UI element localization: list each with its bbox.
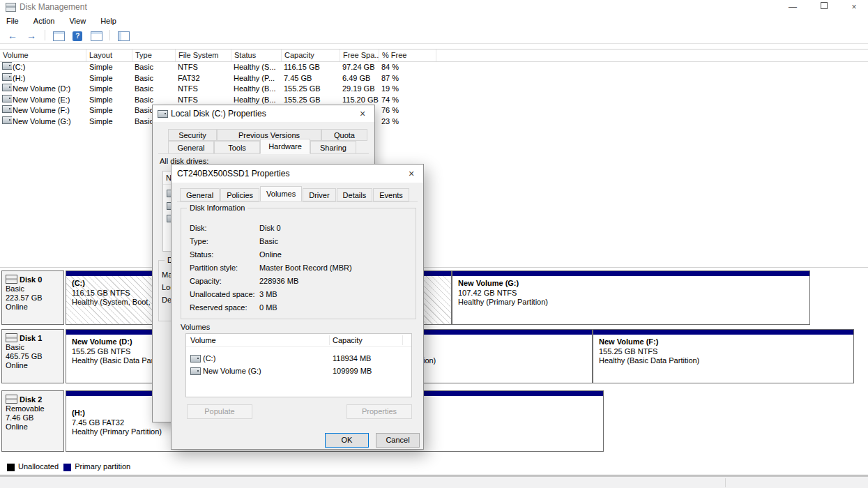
- back-icon[interactable]: ←: [4, 29, 21, 43]
- disk-0-info[interactable]: Disk 0 Basic 223.57 GB Online: [1, 270, 64, 325]
- tab-hardware[interactable]: Hardware: [260, 139, 310, 154]
- ok-button[interactable]: OK: [325, 433, 369, 448]
- disk-status: Online: [2, 422, 63, 432]
- tab-volumes[interactable]: Volumes: [260, 186, 302, 201]
- table-row[interactable]: New Volume (G:) Simple Basic 23 %: [0, 116, 868, 128]
- cell-pctfree: 87 %: [381, 73, 436, 84]
- cell-layout: Simple: [89, 84, 131, 95]
- cell-fs: FAT32: [178, 73, 230, 84]
- list-view-icon[interactable]: [50, 29, 67, 43]
- properties-view-icon[interactable]: [115, 29, 132, 43]
- tab-general[interactable]: General: [168, 141, 214, 154]
- table-row[interactable]: New Volume (E:) Simple Basic NTFS Health…: [0, 95, 868, 106]
- cell-type: Basic: [135, 84, 174, 95]
- cell-volume: (C:): [203, 352, 215, 365]
- disk-1-info[interactable]: Disk 1 Basic 465.75 GB Online: [1, 329, 64, 383]
- cell-fs: NTFS: [178, 95, 230, 106]
- column-header-capacity[interactable]: Capacity: [282, 49, 340, 61]
- column-header-freespace[interactable]: Free Spa...: [340, 49, 379, 61]
- maximize-button[interactable]: [814, 0, 835, 14]
- column-header-layout[interactable]: Layout: [86, 49, 132, 61]
- cell-capacity: 118934 MB: [333, 352, 371, 365]
- menu-action[interactable]: Action: [27, 14, 61, 28]
- cell-volume: (H:): [13, 73, 85, 84]
- maximize-icon: [821, 2, 828, 9]
- cell-fs: NTFS: [178, 62, 230, 73]
- device-properties-dialog: CT240BX500SSD1 Properties × General Poli…: [171, 164, 424, 450]
- tab-security[interactable]: Security: [168, 129, 217, 141]
- populate-button[interactable]: Populate: [187, 404, 252, 419]
- volume-row[interactable]: New Volume (G:) 109999 MB: [186, 365, 411, 377]
- minimize-button[interactable]: —: [782, 0, 803, 14]
- list-column-capacity[interactable]: Capacity: [333, 334, 363, 346]
- cancel-button[interactable]: Cancel: [376, 433, 420, 448]
- cell-free: 6.49 GB: [342, 73, 380, 84]
- disk-icon: [6, 333, 17, 342]
- menu-help[interactable]: Help: [94, 14, 123, 28]
- cell-status: Healthy (P...: [234, 73, 281, 84]
- field-value: Disk 0: [259, 222, 281, 234]
- close-icon[interactable]: ×: [399, 165, 423, 183]
- disk-2-info[interactable]: Disk 2 Removable 7.46 GB Online: [1, 390, 64, 452]
- tab-driver[interactable]: Driver: [303, 188, 335, 201]
- legend: Unallocated Primary partition: [4, 460, 130, 473]
- field-label: Partition style:: [190, 262, 238, 273]
- list-column-volume[interactable]: Volume: [190, 334, 216, 346]
- report-icon: [118, 31, 130, 41]
- menu-view[interactable]: View: [63, 14, 92, 28]
- close-button[interactable]: ×: [844, 0, 865, 14]
- field-label: Capacity:: [190, 275, 222, 287]
- menu-file[interactable]: File: [0, 14, 25, 28]
- disk-icon: [6, 275, 17, 284]
- menu-bar: File Action View Help: [0, 14, 868, 28]
- cell-free: 115.20 GB: [342, 95, 380, 106]
- disk-type: Removable: [2, 404, 63, 413]
- column-header-type[interactable]: Type: [132, 49, 176, 61]
- cell-pctfree: 23 %: [381, 116, 436, 128]
- table-row[interactable]: (H:) Simple Basic FAT32 Healthy (P... 7.…: [0, 73, 868, 84]
- column-separator: [402, 335, 403, 345]
- legend-unallocated-label: Unallocated: [18, 462, 59, 471]
- tab-policies[interactable]: Policies: [220, 188, 259, 201]
- partition-color-bar: [593, 330, 853, 335]
- help-icon[interactable]: ?: [69, 29, 86, 43]
- volume-row[interactable]: (C:) 118934 MB: [186, 352, 411, 365]
- cell-pctfree: 76 %: [381, 105, 436, 116]
- tab-details[interactable]: Details: [337, 188, 373, 201]
- table-row[interactable]: New Volume (F:) Simple Basic 76 %: [0, 105, 868, 116]
- tab-quota[interactable]: Quota: [321, 129, 367, 141]
- taskbar[interactable]: [0, 476, 868, 488]
- cell-capacity: 155.25 GB: [284, 84, 340, 95]
- column-header-volume[interactable]: Volume: [0, 49, 86, 61]
- dialog-title: CT240BX500SSD1 Properties: [172, 169, 289, 178]
- drive-icon: [158, 110, 168, 118]
- cell-pctfree: 84 %: [381, 62, 436, 73]
- table-row[interactable]: (C:) Simple Basic NTFS Healthy (S... 116…: [0, 62, 868, 73]
- partition-f[interactable]: New Volume (F:) 155.25 GB NTFS Healthy (…: [593, 329, 854, 383]
- tab-sharing[interactable]: Sharing: [310, 141, 356, 154]
- column-header-filesystem[interactable]: File System: [176, 49, 231, 61]
- volumes-list[interactable]: Volume Capacity (C:) 118934 MB New Volum…: [185, 333, 412, 397]
- window-title: Disk Management: [20, 0, 87, 14]
- close-icon[interactable]: ×: [351, 105, 374, 122]
- column-header-status[interactable]: Status: [231, 49, 282, 61]
- volume-icon: [2, 116, 12, 124]
- disk-type: Basic: [2, 284, 63, 293]
- table-row[interactable]: New Volume (D:) Simple Basic NTFS Health…: [0, 84, 868, 95]
- cell-layout: Simple: [89, 95, 131, 106]
- tab-events[interactable]: Events: [373, 188, 409, 201]
- forward-icon[interactable]: →: [23, 29, 40, 43]
- disk-2-row: Disk 2 Removable 7.46 GB Online (H:) 7.4…: [1, 390, 867, 452]
- disk-icon: [6, 395, 17, 404]
- column-header-pctfree[interactable]: % Free: [379, 49, 436, 61]
- cell-fs: NTFS: [178, 84, 230, 95]
- properties-button[interactable]: Properties: [347, 404, 412, 419]
- partition-g[interactable]: New Volume (G:) 107.42 GB NTFS Healthy (…: [452, 270, 810, 325]
- field-label: Disk:: [190, 222, 206, 234]
- cell-free: 29.19 GB: [342, 84, 380, 95]
- tab-tools[interactable]: Tools: [214, 141, 260, 154]
- tab-general[interactable]: General: [180, 188, 220, 201]
- partition-size: 155.25 GB NTFS: [599, 347, 853, 357]
- graphical-view-icon[interactable]: [88, 29, 105, 43]
- question-mark-icon: ?: [73, 31, 82, 41]
